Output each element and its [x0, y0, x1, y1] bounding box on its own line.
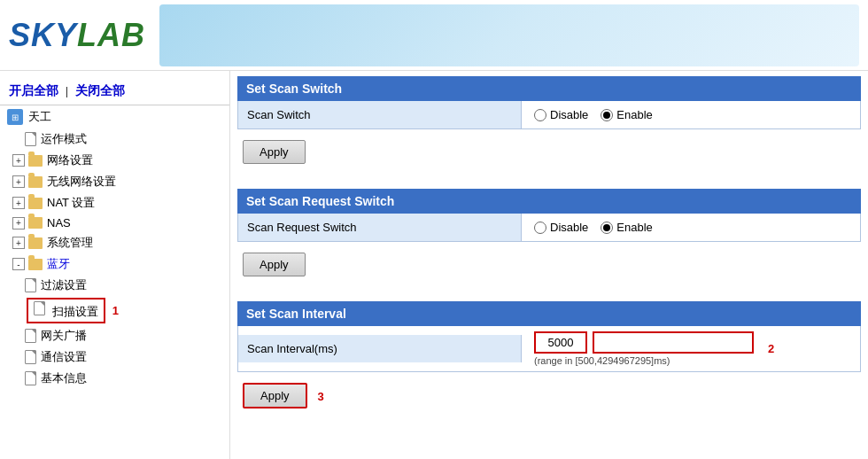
scan-switch-enable-label: Enable — [616, 108, 652, 121]
top-nav: 开启全部 | 关闭全部 — [0, 78, 229, 105]
folder-icon-wangluo — [28, 155, 43, 167]
scan-switch-row: Scan Switch Disable Enable — [237, 101, 861, 129]
folder-icon-nas — [28, 217, 43, 229]
close-all-link[interactable]: 关闭全部 — [75, 83, 125, 97]
sidebar-label-bluetooth: 蓝牙 — [47, 256, 70, 272]
scan-request-disable-label: Disable — [550, 221, 588, 234]
sidebar-label-filter: 过滤设置 — [41, 277, 87, 293]
scan-switch-apply-row: Apply — [237, 129, 861, 178]
open-all-link[interactable]: 开启全部 — [9, 83, 58, 97]
doc-icon-filter — [25, 278, 36, 292]
header-banner — [159, 4, 859, 66]
range-hint: (range in [500,4294967295]ms) — [534, 355, 754, 366]
scan-request-title: Set Scan Request Switch — [246, 194, 394, 208]
scan-switch-enable-radio[interactable] — [601, 109, 613, 121]
scan-request-header: Set Scan Request Switch — [237, 189, 861, 214]
sidebar-label-comm: 通信设置 — [41, 349, 87, 365]
scan-switch-disable-option[interactable]: Disable — [534, 108, 588, 121]
root-icon: ⊞ — [7, 109, 23, 125]
scan-request-enable-radio[interactable] — [601, 222, 613, 234]
sidebar-label-scan: 扫描设置 — [52, 305, 98, 318]
scan-switch-apply-button[interactable]: Apply — [243, 140, 306, 164]
sidebar-item-scan[interactable]: 扫描设置 1 — [0, 296, 229, 325]
sidebar-item-filter[interactable]: 过滤设置 — [0, 275, 229, 296]
content-area: Set Scan Switch Scan Switch Disable E — [230, 71, 868, 459]
logo: SKYLAB — [9, 17, 151, 54]
sidebar-item-yuanzuo[interactable]: 运作模式 — [0, 128, 229, 150]
scan-request-enable-option[interactable]: Enable — [601, 221, 652, 234]
sidebar-item-basic[interactable]: 基本信息 — [0, 368, 229, 389]
scan-interval-input1[interactable] — [534, 331, 587, 354]
separator: | — [66, 84, 68, 97]
badge-1: 1 — [112, 304, 119, 317]
scan-switch-disable-radio[interactable] — [534, 109, 546, 121]
folder-icon-wuxian — [28, 176, 43, 188]
sidebar-item-comm[interactable]: 通信设置 — [0, 346, 229, 368]
sidebar-label-wuxian: 无线网络设置 — [47, 174, 116, 190]
scan-switch-header: Set Scan Switch — [237, 76, 861, 101]
sidebar-item-wangluo[interactable]: + 网络设置 — [0, 150, 229, 171]
sidebar-label-wangluo: 网络设置 — [47, 152, 93, 168]
scan-switch-title: Set Scan Switch — [246, 82, 342, 96]
scan-request-row: Scan Request Switch Disable Enable — [237, 214, 861, 242]
scan-interval-section: Set Scan Interval Scan Interval(ms) (ran… — [237, 301, 861, 423]
scan-interval-title: Set Scan Interval — [246, 307, 346, 321]
logo-sky: SKY — [9, 17, 77, 53]
scan-interval-label: Scan Interval(ms) — [238, 335, 522, 362]
logo-text: SKYLAB — [9, 17, 145, 54]
folder-icon-nat — [28, 198, 43, 209]
folder-icon-bluetooth — [28, 259, 43, 270]
scan-switch-radio-group: Disable Enable — [534, 108, 653, 121]
sidebar-item-nas[interactable]: + NAS — [0, 214, 229, 232]
doc-icon-comm — [25, 350, 36, 364]
expand-icon-wuxian: + — [12, 175, 25, 188]
scan-interval-header: Set Scan Interval — [237, 301, 861, 326]
sidebar-label-xitong: 系统管理 — [47, 235, 93, 251]
scan-switch-enable-option[interactable]: Enable — [601, 108, 652, 121]
sidebar-item-nat[interactable]: + NAT 设置 — [0, 192, 229, 214]
interval-input-group: (range in [500,4294967295]ms) — [534, 331, 754, 366]
content-scroll: Set Scan Switch Scan Switch Disable E — [230, 71, 868, 439]
badge-3: 3 — [318, 390, 324, 403]
sidebar: 开启全部 | 关闭全部 ⊞ 天工 运作模式 + 网络设置 + 无线网络设置 + — [0, 71, 230, 459]
expand-icon-nas: + — [12, 217, 25, 230]
sidebar-label-basic: 基本信息 — [41, 370, 87, 386]
scan-request-apply-row: Apply — [237, 242, 861, 291]
scan-request-disable-option[interactable]: Disable — [534, 221, 588, 234]
scan-request-radio-group: Disable Enable — [534, 221, 653, 234]
doc-icon-scan — [34, 301, 45, 315]
header: SKYLAB — [0, 0, 868, 71]
sidebar-item-gateway[interactable]: 网关广播 — [0, 325, 229, 346]
scan-switch-section: Set Scan Switch Scan Switch Disable E — [237, 76, 861, 178]
scan-switch-value: Disable Enable — [522, 103, 860, 127]
sidebar-root-tianggong[interactable]: ⊞ 天工 — [0, 105, 229, 128]
doc-icon-gateway — [25, 329, 36, 343]
scan-interval-value: (range in [500,4294967295]ms) 2 — [522, 326, 860, 371]
doc-icon-basic — [25, 371, 36, 385]
active-box: 扫描设置 — [27, 298, 105, 323]
scan-request-disable-radio[interactable] — [534, 222, 546, 234]
root-label: 天工 — [28, 109, 51, 125]
sidebar-item-bluetooth[interactable]: - 蓝牙 — [0, 253, 229, 275]
expand-icon-nat: + — [12, 197, 25, 209]
sidebar-item-wuxian[interactable]: + 无线网络设置 — [0, 171, 229, 192]
scan-switch-disable-label: Disable — [550, 108, 588, 121]
expand-icon-xitong: + — [12, 237, 25, 249]
scan-request-section: Set Scan Request Switch Scan Request Swi… — [237, 189, 861, 291]
sidebar-label-nat: NAT 设置 — [47, 195, 95, 211]
scan-request-apply-button[interactable]: Apply — [243, 253, 306, 276]
scan-interval-apply-button[interactable]: Apply — [243, 383, 307, 408]
expand-icon-wangluo: + — [12, 154, 25, 167]
doc-icon — [25, 132, 36, 146]
expand-icon-bluetooth: - — [12, 258, 25, 270]
badge-2: 2 — [768, 342, 774, 355]
scan-interval-input2[interactable] — [593, 331, 754, 354]
scan-switch-label: Scan Switch — [238, 101, 522, 128]
sidebar-label-yuanzuo: 运作模式 — [41, 131, 87, 147]
sidebar-item-xitong[interactable]: + 系统管理 — [0, 232, 229, 253]
scan-interval-row: Scan Interval(ms) (range in [500,4294967… — [237, 326, 861, 372]
folder-icon-xitong — [28, 237, 43, 249]
scan-interval-apply-row: Apply 3 — [237, 372, 861, 423]
main-layout: 开启全部 | 关闭全部 ⊞ 天工 运作模式 + 网络设置 + 无线网络设置 + — [0, 71, 868, 459]
logo-lab: LAB — [77, 17, 145, 53]
